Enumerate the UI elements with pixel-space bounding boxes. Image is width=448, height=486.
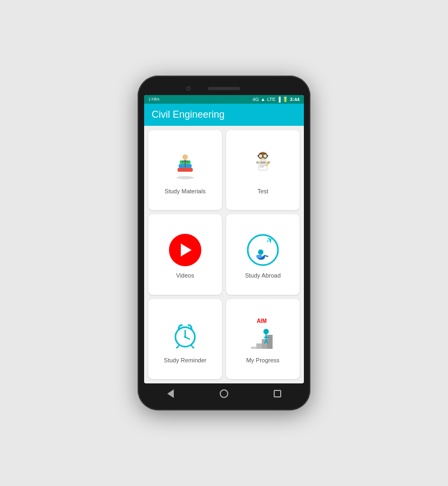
- svg-point-4: [182, 154, 188, 160]
- status-bar: 1 KB/s 4G ▲ LTE ▐ 🔋 3:44: [144, 95, 304, 104]
- svg-rect-1: [178, 168, 193, 172]
- speaker: [208, 87, 240, 90]
- my-progress-label: My Progress: [246, 357, 280, 363]
- study-reminder-label: Study Reminder: [164, 357, 207, 363]
- recents-button[interactable]: [271, 387, 284, 400]
- my-progress-icon: AIM: [246, 318, 280, 352]
- svg-rect-35: [267, 335, 273, 349]
- svg-line-12: [257, 156, 259, 156]
- card-study-reminder[interactable]: Study Reminder: [148, 299, 222, 379]
- phone-top: [144, 82, 304, 95]
- main-grid: Study Materials: [144, 126, 304, 383]
- wifi-icon: ▲: [261, 97, 266, 102]
- svg-text:AIM: AIM: [257, 318, 267, 324]
- svg-text:✈: ✈: [264, 235, 275, 246]
- camera: [186, 86, 191, 91]
- home-icon: [220, 389, 228, 398]
- svg-line-13: [267, 156, 268, 156]
- study-abroad-label: Study Abroad: [245, 272, 281, 279]
- signal-bars: ▐: [277, 97, 281, 102]
- study-abroad-icon: ✈: [246, 233, 280, 267]
- time-display: 3:44: [290, 97, 300, 102]
- status-right: 4G ▲ LTE ▐ 🔋 3:44: [253, 97, 300, 102]
- app-title: Civil Engineering: [152, 109, 296, 120]
- svg-point-30: [184, 336, 186, 338]
- books-icon: [168, 148, 202, 183]
- study-abroad-icon-area: ✈: [244, 231, 282, 269]
- card-study-materials[interactable]: Study Materials: [148, 130, 222, 210]
- signal-4g: 4G: [253, 97, 259, 102]
- app-bar: Civil Engineering: [144, 104, 304, 126]
- video-play-button: [169, 234, 201, 266]
- phone-device: 1 KB/s 4G ▲ LTE ▐ 🔋 3:44 Civil Engineeri…: [138, 76, 310, 410]
- lte-indicator: LTE: [267, 97, 276, 102]
- play-triangle-icon: [181, 244, 192, 256]
- video-icon-area: [166, 231, 204, 269]
- phone-screen: 1 KB/s 4G ▲ LTE ▐ 🔋 3:44 Civil Engineeri…: [144, 95, 304, 383]
- phone-nav-bar: [144, 383, 304, 404]
- svg-point-0: [177, 176, 194, 179]
- card-videos[interactable]: Videos: [148, 214, 222, 294]
- study-materials-label: Study Materials: [165, 188, 206, 194]
- card-study-abroad[interactable]: ✈ Study Abroad: [226, 214, 300, 294]
- study-materials-icon-area: [166, 147, 204, 185]
- card-test[interactable]: Test: [226, 130, 300, 210]
- svg-point-24: [258, 249, 263, 255]
- battery-icon: 🔋: [282, 97, 288, 102]
- svg-rect-33: [256, 343, 262, 349]
- recents-icon: [274, 390, 281, 397]
- study-reminder-icon-area: [166, 316, 204, 354]
- status-left: 1 KB/s: [148, 97, 160, 102]
- svg-point-22: [248, 235, 278, 265]
- card-my-progress[interactable]: AIM My Progress: [226, 299, 300, 379]
- back-button[interactable]: [164, 387, 177, 400]
- test-label: Test: [257, 188, 268, 194]
- test-person-icon: [246, 148, 280, 183]
- alarm-clock-icon: [168, 318, 202, 352]
- svg-rect-32: [251, 347, 256, 349]
- test-icon-area: [244, 147, 282, 185]
- home-button[interactable]: [218, 387, 230, 400]
- svg-point-36: [263, 329, 269, 334]
- back-icon: [167, 389, 174, 398]
- svg-rect-26: [256, 255, 262, 258]
- network-speed: 1 KB/s: [148, 97, 160, 102]
- videos-label: Videos: [176, 272, 194, 279]
- my-progress-icon-area: AIM: [244, 316, 282, 354]
